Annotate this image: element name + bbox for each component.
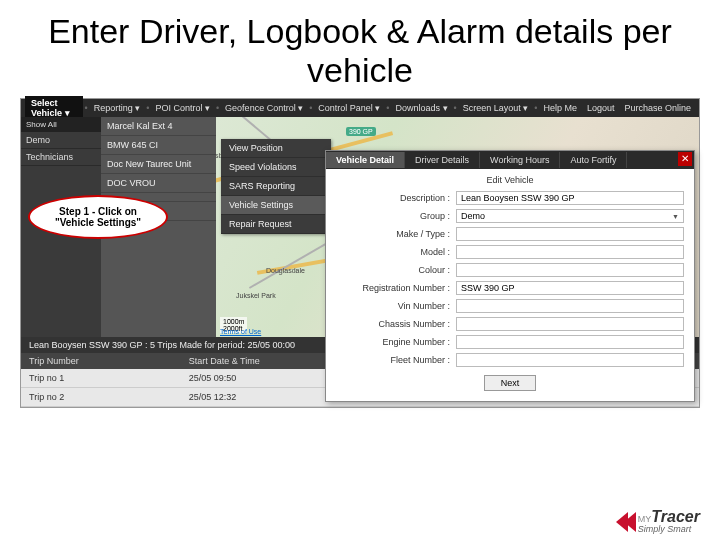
- menu-control-panel[interactable]: Control Panel ▾: [314, 101, 384, 115]
- vehicle-detail-modal: Vehicle Detail Driver Details Working Ho…: [325, 150, 695, 402]
- slide-title: Enter Driver, Logbook & Alarm details pe…: [0, 0, 720, 98]
- vehicle-item[interactable]: Doc New Taurec Unit: [101, 155, 216, 174]
- cm-sars-reporting[interactable]: SARS Reporting: [221, 177, 331, 196]
- menu-purchase[interactable]: Purchase Online: [620, 101, 695, 115]
- map-place: Jukskei Park: [236, 292, 276, 299]
- tab-auto-fortify[interactable]: Auto Fortify: [560, 152, 627, 168]
- menu-help[interactable]: Help Me: [539, 101, 581, 115]
- group-select[interactable]: Demo▼: [456, 209, 684, 223]
- chassis-field[interactable]: [456, 317, 684, 331]
- map-badge: 390 GP: [346, 127, 376, 136]
- instruction-callout: Step 1 - Click on "Vehicle Settings": [28, 195, 168, 239]
- menu-reporting[interactable]: Reporting ▾: [90, 101, 145, 115]
- label-fleet: Fleet Number :: [336, 355, 456, 365]
- description-field[interactable]: Lean Booysen SSW 390 GP: [456, 191, 684, 205]
- sidebar-item-demo[interactable]: Demo: [21, 132, 101, 149]
- label-vin: Vin Number :: [336, 301, 456, 311]
- context-menu: View Position Speed Violations SARS Repo…: [221, 139, 331, 234]
- modal-subtitle: Edit Vehicle: [336, 175, 684, 185]
- label-chassis: Chassis Number :: [336, 319, 456, 329]
- terms-link[interactable]: Terms of Use: [220, 328, 261, 335]
- menu-downloads[interactable]: Downloads ▾: [392, 101, 452, 115]
- cm-vehicle-settings[interactable]: Vehicle Settings: [221, 196, 331, 215]
- cm-repair-request[interactable]: Repair Request: [221, 215, 331, 234]
- label-description: Description :: [336, 193, 456, 203]
- tab-vehicle-detail[interactable]: Vehicle Detail: [326, 152, 405, 168]
- menu-screen-layout[interactable]: Screen Layout ▾: [459, 101, 533, 115]
- col-trip-number[interactable]: Trip Number: [21, 353, 181, 369]
- label-colour: Colour :: [336, 265, 456, 275]
- sidebar-item-technicians[interactable]: Technicians: [21, 149, 101, 166]
- modal-tabs: Vehicle Detail Driver Details Working Ho…: [326, 151, 694, 169]
- modal-body: Edit Vehicle Description :Lean Booysen S…: [326, 169, 694, 401]
- next-button[interactable]: Next: [484, 375, 537, 391]
- label-make: Make / Type :: [336, 229, 456, 239]
- vehicle-item[interactable]: DOC VROU: [101, 174, 216, 193]
- colour-field[interactable]: [456, 263, 684, 277]
- tracer-logo-icon: [616, 512, 632, 532]
- menu-poi[interactable]: POI Control ▾: [151, 101, 214, 115]
- vin-field[interactable]: [456, 299, 684, 313]
- make-field[interactable]: [456, 227, 684, 241]
- label-model: Model :: [336, 247, 456, 257]
- vehicle-item[interactable]: BMW 645 CI: [101, 136, 216, 155]
- model-field[interactable]: [456, 245, 684, 259]
- label-engine: Engine Number :: [336, 337, 456, 347]
- tab-working-hours[interactable]: Working Hours: [480, 152, 560, 168]
- vehicle-item[interactable]: Marcel Kal Ext 4: [101, 117, 216, 136]
- fleet-field[interactable]: [456, 353, 684, 367]
- cm-view-position[interactable]: View Position: [221, 139, 331, 158]
- footer-logo: MYTracer Simply Smart: [616, 509, 700, 534]
- close-icon[interactable]: ✕: [678, 152, 692, 166]
- registration-field[interactable]: SSW 390 GP: [456, 281, 684, 295]
- menu-logout[interactable]: Logout: [583, 101, 619, 115]
- chevron-down-icon: ▼: [672, 213, 679, 220]
- map-place: Douglasdale: [266, 267, 305, 274]
- menubar: Select Vehicle ▾ • Reporting ▾• POI Cont…: [21, 99, 699, 117]
- callout-line1: Step 1 - Click on: [55, 206, 141, 217]
- tab-driver-details[interactable]: Driver Details: [405, 152, 480, 168]
- label-registration: Registration Number :: [336, 283, 456, 293]
- menu-geofence[interactable]: Geofence Control ▾: [221, 101, 307, 115]
- callout-line2: "Vehicle Settings": [55, 217, 141, 228]
- sidebar-header[interactable]: Show All: [21, 117, 101, 132]
- cm-speed-violations[interactable]: Speed Violations: [221, 158, 331, 177]
- label-group: Group :: [336, 211, 456, 221]
- engine-field[interactable]: [456, 335, 684, 349]
